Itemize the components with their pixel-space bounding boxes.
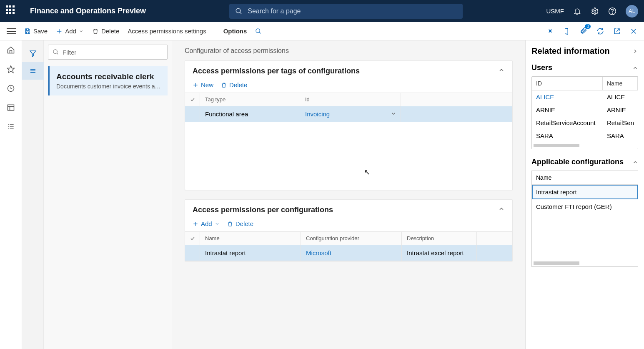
attachments-button[interactable]: 0: [580, 27, 587, 35]
left-rail: [0, 40, 22, 349]
home-icon[interactable]: [6, 45, 15, 55]
cell-tagtype[interactable]: Functional area: [200, 106, 300, 122]
list-toggle[interactable]: [22, 62, 44, 80]
svg-line-1: [240, 12, 242, 14]
search-placeholder: Search for a page: [248, 8, 301, 15]
app-launcher-icon[interactable]: [6, 5, 18, 17]
global-search[interactable]: Search for a page: [229, 4, 463, 19]
action-search-button[interactable]: [255, 28, 262, 35]
users-table: IDName ALICEALICE ARNIEARNIE RetailServi…: [531, 76, 638, 149]
svg-rect-13: [8, 105, 14, 110]
table-row[interactable]: ARNIEARNIE: [532, 103, 638, 116]
new-button[interactable]: New: [193, 81, 213, 88]
col-name[interactable]: Name: [200, 232, 301, 245]
cell-provider[interactable]: Microsoft: [301, 245, 402, 261]
collapse-icon[interactable]: [632, 159, 638, 165]
row-selector[interactable]: [185, 245, 200, 261]
user-avatar[interactable]: AL: [626, 5, 638, 18]
cell-id[interactable]: Invoicing: [300, 106, 401, 122]
list-pane: Accounts receivable clerk Documents cust…: [44, 40, 172, 349]
cell-name[interactable]: Intrastat report: [200, 245, 301, 261]
svg-marker-22: [30, 51, 36, 57]
svg-point-2: [594, 10, 596, 12]
star-icon[interactable]: [6, 65, 15, 74]
trash-icon: [227, 221, 233, 227]
popout-icon[interactable]: [613, 28, 621, 35]
access-permissions-settings-link[interactable]: Access permissions settings: [128, 28, 206, 35]
delete-button[interactable]: Delete: [221, 81, 247, 88]
options-button[interactable]: Options: [223, 28, 247, 35]
add-button[interactable]: Add: [193, 220, 220, 227]
search-icon: [255, 28, 262, 35]
select-all[interactable]: [185, 93, 200, 106]
col-provider[interactable]: Configuration provider: [301, 232, 402, 245]
card-tags: Access permissions per tags of configura…: [185, 60, 513, 190]
chevron-right-icon[interactable]: [632, 48, 638, 54]
table-header: Name Configuration provider Description: [185, 232, 512, 245]
modules-icon[interactable]: [6, 122, 15, 131]
col-description[interactable]: Description: [402, 232, 477, 245]
col-name[interactable]: Name: [532, 171, 638, 185]
chevron-down-icon: [79, 29, 84, 34]
trash-icon: [92, 28, 99, 35]
collapse-icon[interactable]: [632, 65, 638, 71]
svg-marker-11: [8, 66, 15, 73]
search-icon: [235, 8, 243, 15]
workspace-icon[interactable]: [6, 103, 15, 112]
filter-input[interactable]: [63, 49, 163, 56]
filter-toggle[interactable]: [22, 45, 44, 62]
delete-button[interactable]: Delete: [227, 220, 253, 227]
office-icon[interactable]: [563, 28, 571, 35]
page-title: Configurator of access permissions: [185, 47, 513, 55]
role-title: Accounts receivable clerk: [56, 72, 161, 81]
col-id[interactable]: ID: [532, 77, 603, 90]
gear-icon[interactable]: [591, 7, 599, 15]
table-row[interactable]: ALICEALICE: [532, 90, 638, 103]
related-panel: Related information Users IDName ALICEAL…: [525, 40, 644, 349]
hamburger-icon[interactable]: [7, 27, 16, 36]
col-name[interactable]: Name: [603, 77, 638, 90]
select-all[interactable]: [185, 232, 200, 245]
svg-line-8: [259, 32, 261, 33]
delete-button[interactable]: Delete: [92, 28, 119, 35]
app-title: Finance and Operations Preview: [30, 7, 146, 15]
role-list-item[interactable]: Accounts receivable clerk Documents cust…: [48, 66, 168, 95]
table-row[interactable]: Customer FTI report (GER): [532, 199, 638, 214]
refresh-icon[interactable]: [596, 28, 604, 35]
configs-table: Name Intrastat report Customer FTI repor…: [531, 171, 638, 267]
recent-icon[interactable]: [6, 84, 15, 93]
col-tagtype[interactable]: Tag type: [200, 93, 300, 106]
save-button[interactable]: Save: [24, 28, 48, 35]
table-row[interactable]: SARASARA: [532, 129, 638, 142]
row-selector[interactable]: [185, 106, 200, 122]
svg-line-27: [57, 53, 58, 54]
table-row[interactable]: Intrastat report Microsoft Intrastat exc…: [185, 245, 512, 261]
svg-point-26: [53, 50, 57, 53]
plus-icon: [56, 28, 63, 35]
h-scrollbar[interactable]: [534, 144, 579, 147]
cell-description[interactable]: Intrastat excel report: [402, 245, 477, 261]
list-filter[interactable]: [48, 45, 168, 60]
main-content: Configurator of access permissions Acces…: [172, 40, 525, 349]
table-row[interactable]: Functional area Invoicing: [185, 106, 512, 122]
add-button[interactable]: Add: [56, 28, 84, 35]
collapse-icon[interactable]: [498, 67, 505, 75]
configs-title: Applicable configurations: [531, 158, 624, 166]
nav-toolbar: [22, 40, 44, 349]
company-label[interactable]: USMF: [546, 8, 564, 15]
col-id[interactable]: Id: [300, 93, 401, 106]
plus-icon: [193, 82, 198, 88]
chevron-down-icon[interactable]: [391, 110, 396, 118]
chevron-down-icon: [215, 221, 220, 226]
related-title: Related information: [531, 46, 610, 56]
copilot-icon[interactable]: [546, 28, 554, 35]
table-row[interactable]: RetailServiceAccountRetailSen: [532, 116, 638, 129]
help-icon[interactable]: [608, 7, 616, 15]
close-icon[interactable]: [630, 28, 637, 35]
separator: [219, 25, 219, 37]
table-row[interactable]: Intrastat report: [532, 185, 638, 199]
h-scrollbar[interactable]: [534, 261, 579, 265]
bell-icon[interactable]: [573, 7, 581, 15]
card-tags-title: Access permissions per tags of configura…: [193, 67, 360, 75]
collapse-icon[interactable]: [498, 206, 505, 214]
